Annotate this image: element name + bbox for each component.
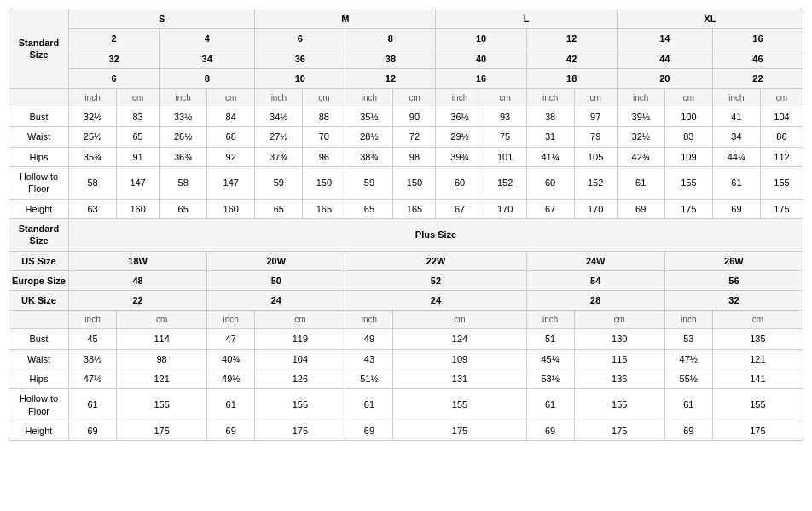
eu-size-36: 36 xyxy=(255,49,345,68)
plus-europe-size-row: Europe Size 48 50 52 54 56 xyxy=(9,270,803,290)
plus-waist-26w-inch: 47½ xyxy=(664,349,712,369)
plus-height-20w-cm: 175 xyxy=(255,421,345,440)
hips-xl16-inch: 44¼ xyxy=(712,147,760,166)
plus-height-20w-inch: 69 xyxy=(207,421,255,440)
unit-cm-2: cm xyxy=(207,89,255,107)
uk-size-8: 8 xyxy=(160,68,255,88)
plus-eu-48: 48 xyxy=(69,270,207,290)
height-label: Height xyxy=(9,199,69,218)
plus-hips-24w-cm: 136 xyxy=(574,369,664,389)
hips-m8-cm: 98 xyxy=(393,147,436,166)
us-size-10: 10 xyxy=(436,29,526,49)
bust-m8-inch: 35½ xyxy=(345,107,393,127)
waist-xl16-inch: 34 xyxy=(712,127,760,147)
plus-bust-row: Bust 45 114 47 119 49 124 51 130 53 135 xyxy=(9,329,803,349)
plus-uk-24: 24 xyxy=(207,291,345,311)
hips-l10-cm: 101 xyxy=(484,147,526,166)
bust-m6-cm: 88 xyxy=(303,107,345,127)
height-m8-inch: 65 xyxy=(345,199,393,218)
hips-s4-cm: 92 xyxy=(207,147,255,166)
plus-height-label: Height xyxy=(9,421,69,440)
bust-xl14-cm: 100 xyxy=(664,107,712,127)
plus-height-18w-cm: 175 xyxy=(117,421,207,440)
hips-xl14-cm: 109 xyxy=(664,147,712,166)
height-m6-inch: 65 xyxy=(255,199,303,218)
us-size-8: 8 xyxy=(345,29,436,49)
xl-size-label: XL xyxy=(617,9,803,29)
plus-htf-20w-inch: 61 xyxy=(207,389,255,421)
plus-us-size-label: US Size xyxy=(9,251,69,270)
plus-uk-22: 22 xyxy=(69,291,207,311)
plus-htf-22w-inch: 61 xyxy=(345,389,393,421)
plus-unit-cm-4: cm xyxy=(574,311,664,329)
hips-m6-cm: 96 xyxy=(303,147,345,166)
hips-row: Hips 35¾ 91 36¾ 92 37¾ 96 38¾ 98 39¾ 101… xyxy=(9,147,803,166)
plus-bust-20w-inch: 47 xyxy=(207,329,255,349)
plus-hollow-floor-row: Hollow to Floor 61 155 61 155 61 155 61 … xyxy=(9,389,803,421)
standard-size-label: StandardSize xyxy=(9,9,69,89)
htf-s4-inch: 58 xyxy=(160,167,207,200)
hips-m8-inch: 38¾ xyxy=(345,147,393,166)
plus-unit-cm-2: cm xyxy=(255,311,345,329)
plus-bust-26w-inch: 53 xyxy=(664,329,712,349)
plus-europe-size-label: Europe Size xyxy=(9,270,69,290)
size-chart-table: StandardSize S M L XL 2 4 6 8 10 12 14 1… xyxy=(9,9,803,441)
bust-s4-cm: 84 xyxy=(207,107,255,127)
bust-m6-inch: 34½ xyxy=(255,107,303,127)
standard-size-header-row: StandardSize S M L XL xyxy=(9,9,803,29)
plus-height-24w-cm: 175 xyxy=(574,421,664,440)
plus-us-26w: 26W xyxy=(664,251,803,270)
height-xl14-cm: 175 xyxy=(664,199,712,218)
eu-size-38: 38 xyxy=(345,49,436,68)
unit-cm-5: cm xyxy=(484,89,526,107)
eu-size-40: 40 xyxy=(436,49,526,68)
unit-cm-7: cm xyxy=(664,89,712,107)
plus-hips-22w-inch: 51½ xyxy=(345,369,393,389)
plus-unit-cm-1: cm xyxy=(117,311,207,329)
plus-htf-20w-cm: 155 xyxy=(255,389,345,421)
htf-m8-inch: 59 xyxy=(345,167,393,200)
hips-s2-cm: 91 xyxy=(117,147,160,166)
us-size-14: 14 xyxy=(617,29,712,49)
htf-s2-cm: 147 xyxy=(117,167,160,200)
plus-height-26w-cm: 175 xyxy=(712,421,803,440)
plus-size-header-label: Plus Size xyxy=(69,218,803,251)
plus-us-size-row: US Size 18W 20W 22W 24W 26W xyxy=(9,251,803,270)
plus-hips-20w-cm: 126 xyxy=(255,369,345,389)
unit-inch-6: inch xyxy=(526,89,574,107)
plus-uk-24b: 24 xyxy=(345,291,526,311)
unit-inch-1: inch xyxy=(69,89,117,107)
eu-size-42: 42 xyxy=(526,49,617,68)
plus-hips-20w-inch: 49½ xyxy=(207,369,255,389)
htf-xl16-cm: 155 xyxy=(760,167,803,200)
plus-htf-18w-inch: 61 xyxy=(69,389,117,421)
plus-waist-24w-inch: 45¼ xyxy=(526,349,574,369)
waist-l12-inch: 31 xyxy=(526,127,574,147)
plus-uk-32: 32 xyxy=(664,291,803,311)
waist-label: Waist xyxy=(9,127,69,147)
height-xl16-cm: 175 xyxy=(760,199,803,218)
uk-size-10: 10 xyxy=(255,68,345,88)
plus-bust-22w-inch: 49 xyxy=(345,329,393,349)
unit-inch-7: inch xyxy=(617,89,664,107)
bust-s2-inch: 32½ xyxy=(69,107,117,127)
uk-size-6: 6 xyxy=(69,68,160,88)
plus-height-26w-inch: 69 xyxy=(664,421,712,440)
us-size-12: 12 xyxy=(526,29,617,49)
us-size-4: 4 xyxy=(160,29,255,49)
plus-standard-label: Standard Size xyxy=(9,218,69,251)
htf-xl14-cm: 155 xyxy=(664,167,712,200)
plus-eu-56: 56 xyxy=(664,270,803,290)
uk-size-20: 20 xyxy=(617,68,712,88)
hips-s2-inch: 35¾ xyxy=(69,147,117,166)
waist-s4-cm: 68 xyxy=(207,127,255,147)
unit-cm-8: cm xyxy=(760,89,803,107)
bust-s4-inch: 33½ xyxy=(160,107,207,127)
unit-inch-4: inch xyxy=(345,89,393,107)
plus-bust-24w-inch: 51 xyxy=(526,329,574,349)
us-size-2: 2 xyxy=(69,29,160,49)
height-s2-cm: 160 xyxy=(117,199,160,218)
plus-us-24w: 24W xyxy=(526,251,664,270)
hips-m6-inch: 37¾ xyxy=(255,147,303,166)
bust-xl16-cm: 104 xyxy=(760,107,803,127)
